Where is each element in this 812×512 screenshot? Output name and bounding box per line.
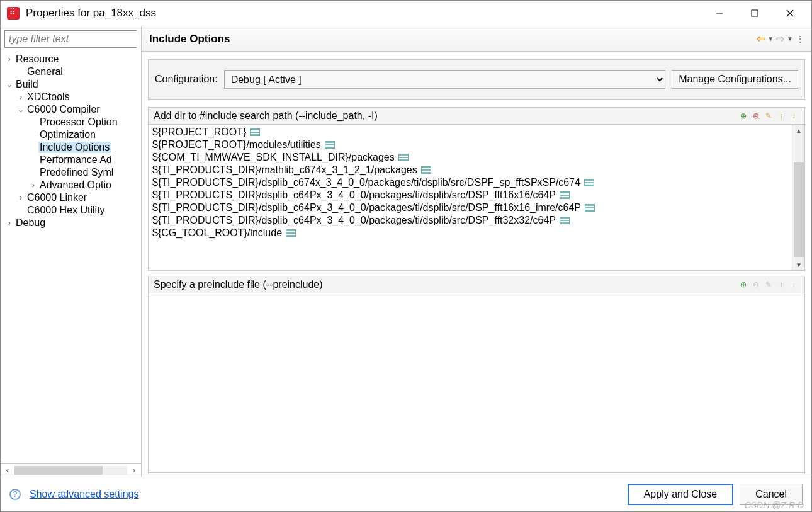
scroll-thumb[interactable] — [14, 466, 103, 475]
add-icon[interactable]: ⊕ — [738, 279, 749, 290]
preinclude-title: Specify a preinclude file (--preinclude) — [154, 279, 738, 290]
tree-item[interactable]: ⌄Build — [1, 78, 141, 91]
include-paths-list[interactable]: ${PROJECT_ROOT}${PROJECT_ROOT}/modules/u… — [149, 125, 792, 270]
move-up-icon[interactable]: ↑ — [775, 110, 787, 122]
tree-label: XDCtools — [26, 91, 71, 103]
tree-label: Build — [14, 79, 40, 90]
list-item[interactable]: ${TI_PRODUCTS_DIR}/dsplib_c674x_3_4_0_0/… — [152, 176, 788, 189]
help-icon[interactable]: ? — [9, 489, 21, 500]
variable-icon — [325, 141, 335, 149]
sidebar-hscroll[interactable]: ‹ › — [1, 463, 141, 477]
variable-icon — [584, 179, 594, 186]
list-item[interactable]: ${TI_PRODUCTS_DIR}/dsplib_c64Px_3_4_0_0/… — [152, 189, 788, 202]
tree-item[interactable]: Include Options — [1, 141, 141, 154]
filter-input[interactable] — [4, 30, 137, 48]
tree-label: Include Options — [38, 142, 111, 153]
vscroll-thumb[interactable] — [794, 162, 804, 257]
configuration-select[interactable]: Debug [ Active ] — [224, 70, 666, 89]
back-icon[interactable]: ⇦ — [757, 33, 765, 45]
tree-item[interactable]: General — [1, 65, 141, 78]
list-item[interactable]: ${TI_PRODUCTS_DIR}/dsplib_c64Px_3_4_0_0/… — [152, 202, 788, 214]
view-menu-icon[interactable]: ⋮ — [796, 34, 804, 44]
scroll-right-icon[interactable]: › — [127, 465, 141, 475]
scroll-down-icon[interactable]: ▼ — [792, 259, 804, 270]
tree-item[interactable]: Performance Ad — [1, 154, 141, 166]
tree-label: C6000 Linker — [26, 192, 88, 203]
tree-item[interactable]: ›Resource — [1, 53, 141, 65]
tree-label: Optimization — [38, 129, 97, 140]
tree-item[interactable]: ›C6000 Linker — [1, 191, 141, 204]
add-icon[interactable]: ⊕ — [738, 110, 749, 122]
svg-rect-1 — [752, 10, 758, 16]
list-item[interactable]: ${TI_PRODUCTS_DIR}/dsplib_c64Px_3_4_0_0/… — [152, 214, 788, 227]
cancel-button[interactable]: Cancel — [740, 484, 803, 505]
list-item[interactable]: ${CG_TOOL_ROOT}/include — [152, 227, 788, 239]
manage-configurations-button[interactable]: Manage Configurations... — [672, 70, 798, 89]
path-text: ${PROJECT_ROOT}/modules/utilities — [152, 139, 321, 151]
tree-label: General — [26, 66, 64, 77]
tree-label: Performance Ad — [38, 154, 113, 166]
titlebar: Properties for pa_18xx_dss — [1, 1, 811, 26]
edit-icon[interactable]: ✎ — [763, 110, 774, 122]
maximize-button[interactable] — [737, 2, 772, 25]
variable-icon — [286, 229, 296, 237]
path-text: ${TI_PRODUCTS_DIR}/dsplib_c64Px_3_4_0_0/… — [152, 190, 556, 201]
tree-item[interactable]: ⌄C6000 Compiler — [1, 103, 141, 116]
tree-item[interactable]: C6000 Hex Utility — [1, 204, 141, 217]
delete-icon[interactable]: ⊖ — [750, 110, 762, 122]
include-paths-section: Add dir to #include search path (--inclu… — [148, 107, 805, 271]
sidebar: ›ResourceGeneral⌄Build›XDCtools⌄C6000 Co… — [1, 26, 142, 477]
path-text: ${TI_PRODUCTS_DIR}/dsplib_c674x_3_4_0_0/… — [152, 177, 580, 188]
minimize-button[interactable] — [702, 2, 737, 25]
chevron-right-icon[interactable]: › — [16, 93, 26, 101]
tree-item[interactable]: ›Advanced Optio — [1, 179, 141, 191]
path-text: ${PROJECT_ROOT} — [152, 127, 246, 138]
variable-icon — [585, 204, 595, 212]
close-button[interactable] — [772, 2, 808, 25]
list-item[interactable]: ${COM_TI_MMWAVE_SDK_INSTALL_DIR}/package… — [152, 151, 788, 164]
path-text: ${COM_TI_MMWAVE_SDK_INSTALL_DIR}/package… — [152, 152, 395, 163]
tree-item[interactable]: Processor Option — [1, 116, 141, 128]
category-tree[interactable]: ›ResourceGeneral⌄Build›XDCtools⌄C6000 Co… — [1, 50, 141, 463]
include-paths-title: Add dir to #include search path (--inclu… — [154, 110, 738, 122]
show-advanced-link[interactable]: Show advanced settings — [30, 489, 138, 500]
variable-icon — [560, 191, 570, 199]
tree-label: C6000 Hex Utility — [26, 205, 106, 216]
apply-and-close-button[interactable]: Apply and Close — [628, 484, 734, 505]
chevron-down-icon[interactable]: ⌄ — [16, 105, 26, 114]
app-icon — [7, 7, 20, 20]
page-title: Include Options — [149, 33, 757, 45]
list-item[interactable]: ${TI_PRODUCTS_DIR}/mathlib_c674x_3_1_2_1… — [152, 164, 788, 176]
preinclude-list[interactable] — [149, 293, 804, 472]
chevron-right-icon[interactable]: › — [28, 181, 38, 190]
forward-icon[interactable]: ⇨ — [776, 33, 784, 45]
back-menu-icon[interactable]: ▼ — [767, 35, 774, 42]
include-vscroll[interactable]: ▲ ▼ — [792, 125, 804, 270]
list-item[interactable]: ${PROJECT_ROOT}/modules/utilities — [152, 139, 788, 151]
variable-icon — [398, 154, 409, 161]
dialog-footer: ? Show advanced settings Apply and Close… — [1, 477, 811, 511]
tree-label: Advanced Optio — [38, 179, 113, 191]
tree-item[interactable]: Predefined Syml — [1, 166, 141, 179]
forward-menu-icon[interactable]: ▼ — [787, 35, 793, 42]
tree-label: Predefined Syml — [38, 167, 115, 178]
main-panel: Include Options ⇦ ▼ ⇨ ▼ ⋮ Configuration:… — [142, 26, 811, 477]
tree-label: Processor Option — [38, 117, 119, 128]
configuration-row: Configuration: Debug [ Active ] Manage C… — [148, 59, 805, 100]
chevron-down-icon[interactable]: ⌄ — [4, 80, 14, 89]
tree-item[interactable]: ›Debug — [1, 217, 141, 229]
tree-item[interactable]: Optimization — [1, 128, 141, 141]
variable-icon — [421, 166, 431, 174]
edit-icon: ✎ — [763, 279, 774, 290]
tree-label: C6000 Compiler — [26, 104, 101, 115]
delete-icon: ⊖ — [750, 279, 762, 290]
scroll-left-icon[interactable]: ‹ — [1, 465, 14, 475]
tree-item[interactable]: ›XDCtools — [1, 91, 141, 103]
chevron-right-icon[interactable]: › — [4, 219, 14, 227]
chevron-right-icon[interactable]: › — [16, 193, 26, 202]
move-down-icon[interactable]: ↓ — [788, 110, 799, 122]
scroll-up-icon[interactable]: ▲ — [792, 125, 804, 136]
chevron-right-icon[interactable]: › — [4, 55, 14, 64]
path-text: ${CG_TOOL_ROOT}/include — [152, 227, 282, 239]
list-item[interactable]: ${PROJECT_ROOT} — [152, 126, 788, 139]
